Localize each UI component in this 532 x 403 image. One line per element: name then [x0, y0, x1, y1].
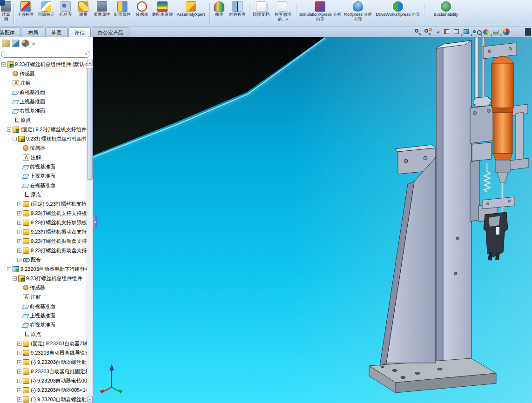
expand-icon[interactable]: +	[17, 360, 21, 364]
expand-icon[interactable]: +	[17, 388, 21, 392]
tree-item[interactable]: +9.23打螺丝机振动盘支持1	[0, 227, 87, 236]
tab-assembly[interactable]: 装配体	[0, 27, 21, 37]
tree-item[interactable]: 上视基准面	[0, 97, 87, 106]
mass-properties-button[interactable]: 质量属性	[92, 1, 112, 17]
expand-icon[interactable]: +	[17, 211, 21, 215]
tree-item[interactable]: +(-) 9.23203自动器电钻00	[0, 376, 87, 385]
tree-item[interactable]: 右视基准面	[0, 106, 87, 115]
simulationxpress-button[interactable]: SimulationXpress 分析向导	[298, 1, 343, 22]
tree-item[interactable]: +(固定) 9.23打螺丝机支持	[0, 199, 87, 208]
tree-item[interactable]: +9.23打螺丝机振动盘支持上	[0, 236, 87, 246]
tree-item[interactable]: +9.23打螺丝机支持支持板<	[0, 208, 87, 218]
zoom-area-icon[interactable]	[423, 28, 433, 36]
tree-item[interactable]: −9.23打螺丝机总组件件组件	[0, 134, 87, 143]
tree-item[interactable]: −9.23203自动器电批下行组件<	[0, 264, 87, 274]
apply-scene-icon[interactable]: ▾	[492, 28, 501, 36]
display-style-icon[interactable]: ▾	[462, 28, 472, 36]
tree-item[interactable]: +9.23203自动器直线导轨SY	[0, 348, 87, 357]
curvature-button[interactable]: 曲率	[211, 1, 227, 17]
expand-icon[interactable]: +	[17, 351, 21, 355]
tree-item[interactable]: 注解	[0, 153, 87, 162]
tab-evaluate[interactable]: 评估	[68, 27, 91, 37]
previous-view-icon[interactable]: ◄	[433, 28, 443, 36]
graphics-viewport[interactable]	[93, 37, 532, 403]
viewport-canvas[interactable]	[93, 37, 532, 403]
view-orientation-icon[interactable]: ▾	[452, 28, 462, 36]
property-manager-tab-icon[interactable]	[12, 40, 20, 47]
scrollbar-thumb[interactable]	[87, 68, 93, 180]
tree-item[interactable]: 右视基准面	[0, 181, 87, 190]
tab-sketch[interactable]: 草图	[45, 27, 67, 37]
expand-icon[interactable]: +	[17, 230, 21, 234]
column-plate-part[interactable]	[436, 40, 471, 372]
sensors-button[interactable]: 传感器	[133, 1, 151, 17]
tree-item[interactable]: 原点	[0, 115, 87, 125]
expand-icon[interactable]: +	[17, 342, 21, 346]
tree-item[interactable]: 前视基准面	[0, 87, 87, 97]
section-view-icon[interactable]	[443, 28, 452, 36]
task-pane-toggle[interactable]	[525, 28, 531, 36]
tree-item[interactable]: 传感器	[0, 143, 87, 153]
expand-icon[interactable]: +	[17, 258, 21, 262]
tree-scrollbar[interactable]: ▲ ▼	[87, 60, 93, 403]
scroll-up-arrow[interactable]: ▲	[87, 60, 93, 66]
panel-splitter-handle[interactable]: ◄	[93, 215, 97, 229]
collapse-icon[interactable]: −	[13, 137, 17, 141]
tree-item[interactable]: +(-) 9.23203自动器005<1<	[0, 385, 87, 395]
tree-item[interactable]: 原点	[0, 190, 87, 199]
tree-item[interactable]: −9.23打螺丝机总组件组件 (默认<	[0, 60, 87, 69]
feature-manager-tab-icon[interactable]	[2, 40, 10, 47]
tree-item[interactable]: +(固定) 9.23203自动器Z轴	[0, 339, 87, 348]
tree-item[interactable]: +(-) 9.23203自动器螺丝批	[0, 395, 87, 403]
tree-item[interactable]: 右视基准面	[0, 320, 87, 329]
tree-item[interactable]: +9.23203自动器电批固定板	[0, 367, 87, 376]
collapse-icon[interactable]: −	[7, 267, 11, 271]
check-active-document-button[interactable]: 检查激活的...▾	[271, 1, 295, 22]
tab-office-products[interactable]: 办公室产品	[92, 27, 129, 37]
tree-item[interactable]: 上视基准面	[0, 171, 87, 181]
interference-check-button[interactable]: 干涉检查	[15, 1, 36, 17]
hole-alignment-button[interactable]: 孔对齐	[56, 1, 75, 17]
measure-button[interactable]: 测量	[75, 1, 92, 17]
tree-item[interactable]: +9.23打螺丝机支持加强板<	[0, 218, 87, 227]
tab-layout[interactable]: 布局	[22, 27, 44, 37]
tree-item[interactable]: 注解	[0, 78, 87, 87]
tree-item[interactable]: −(固定) 9.23打螺丝机支持组件	[0, 125, 87, 134]
tree-item[interactable]: 注解	[0, 292, 87, 302]
expand-icon[interactable]: +	[17, 239, 21, 243]
collapse-icon[interactable]: −	[7, 128, 11, 132]
expand-icon[interactable]: +	[17, 369, 21, 374]
hide-show-items-icon[interactable]: ▾	[472, 28, 482, 36]
tree-item[interactable]: 前视基准面	[0, 162, 87, 171]
tree-item[interactable]: +配合	[0, 255, 87, 264]
floxpress-button[interactable]: FloXpress 分析向导	[343, 1, 373, 22]
configuration-manager-tab-icon[interactable]	[21, 40, 29, 47]
collapse-icon[interactable]: −	[13, 276, 17, 281]
tree-item[interactable]: +(-) 9.23203自动器螺丝批	[0, 357, 87, 367]
tree-item[interactable]: +9.23打螺丝机振动盘支持安	[0, 246, 87, 255]
scroll-down-arrow[interactable]: ▼	[87, 396, 93, 403]
flyout-arrow-icon[interactable]: ◄	[84, 52, 88, 55]
sustainability-button[interactable]: Sustainability	[426, 1, 466, 17]
expand-icon[interactable]: +	[17, 397, 21, 402]
section-properties-button[interactable]: 剖面属性	[112, 1, 133, 17]
tree-item[interactable]: 前视基准面	[0, 302, 87, 311]
expand-icon[interactable]: +	[17, 202, 21, 206]
expand-icon[interactable]: +	[17, 249, 21, 253]
edit-appearance-icon[interactable]: ▾	[482, 28, 492, 36]
assemblyxpert-button[interactable]: AssemblyXpert	[174, 1, 208, 17]
tree-item[interactable]: 传感器	[0, 283, 87, 292]
driveworksxpress-button[interactable]: DriveWorksXpress 向导	[373, 1, 423, 17]
expand-icon[interactable]: +	[17, 379, 21, 383]
clearance-verify-button[interactable]: 间隙验证	[36, 1, 56, 17]
collapse-icon[interactable]: −	[1, 62, 6, 67]
appearance-pie-icon[interactable]	[503, 28, 510, 35]
feature-tree-filter-bar[interactable]: ◄	[1, 51, 90, 58]
tree-item[interactable]: 传感器	[0, 69, 87, 78]
symmetry-check-button[interactable]: 对称检查	[227, 1, 248, 17]
expand-icon[interactable]: +	[17, 221, 21, 225]
tree-item[interactable]: −9.23打螺丝机总组件组件	[0, 274, 87, 283]
tree-item[interactable]: 上视基准面	[0, 311, 87, 320]
compare-documents-button[interactable]: 比较文档	[251, 1, 271, 17]
assembly-visualization-button[interactable]: 装配体直观	[151, 1, 174, 17]
